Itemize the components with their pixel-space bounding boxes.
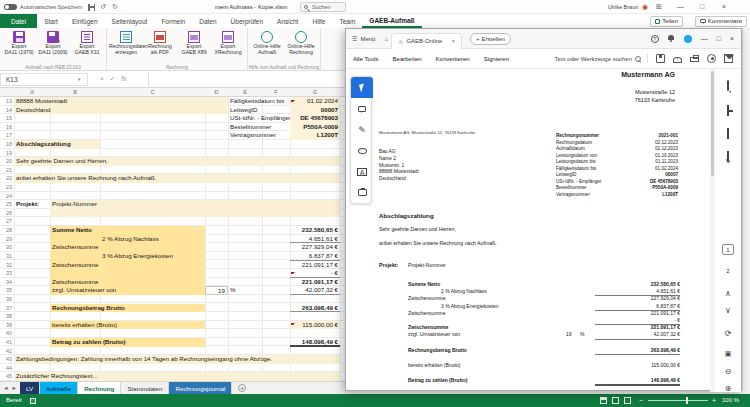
cell[interactable]: Vertragsnummer xyxy=(228,131,290,140)
cell[interactable]: P550A-0009 xyxy=(290,123,340,132)
formula-icons[interactable]: ×✓fx xyxy=(96,73,144,86)
cell[interactable]: Zwischensumme xyxy=(50,261,205,270)
redo-icon[interactable]: ↻ xyxy=(112,3,118,11)
cell[interactable]: Zwischensumme xyxy=(50,278,205,287)
save-icon[interactable] xyxy=(88,4,95,11)
cell[interactable]: Sehr geehrte Damen und Herren, xyxy=(14,157,340,166)
cell[interactable]: LeitwegID xyxy=(228,106,290,115)
user-avatar[interactable] xyxy=(684,35,692,43)
excel-scrollbar-strip[interactable] xyxy=(742,28,750,391)
ribbon-button-xrechnung[interactable]: Export XRechnung xyxy=(211,30,245,62)
cell[interactable]: zzgl. Umsatzsteuer von xyxy=(50,286,205,295)
ribbon-button-gaeb-x31[interactable]: Export GAEB X31 xyxy=(70,30,104,62)
profile-icon[interactable] xyxy=(707,54,716,63)
sheet-tab-aufmaße[interactable]: Aufmaße xyxy=(40,382,78,394)
page-number-current[interactable]: 1 xyxy=(722,244,734,255)
row-header-27[interactable]: 27 xyxy=(0,217,12,226)
column-header-F[interactable]: F xyxy=(262,89,290,95)
cell[interactable]: Deutschland xyxy=(14,106,228,115)
ribbon-button-aufmaß[interactable]: Online-Hilfe Aufmaß xyxy=(250,30,284,62)
cell[interactable]: 221.091,17 € xyxy=(290,278,340,287)
ribbon-tab-Überprüfen[interactable]: Überprüfen xyxy=(224,14,271,28)
cell[interactable]: 4.651,61 € xyxy=(290,235,340,244)
shape-tool[interactable] xyxy=(351,140,373,161)
view-normal-icon[interactable] xyxy=(600,397,607,404)
row-header-45[interactable]: 45 xyxy=(0,372,12,381)
cell[interactable]: Projekt: xyxy=(14,200,50,209)
pdf-minimize-button[interactable]: — xyxy=(701,35,708,42)
cell[interactable]: Abschlagszahlung xyxy=(14,140,100,149)
zoom-in-icon[interactable]: + xyxy=(712,397,716,405)
cell[interactable]: anbei erhalten Sie unsere Rechnung nach … xyxy=(14,174,340,183)
row-header-41[interactable]: 41 xyxy=(0,338,12,347)
zoom-out-icon[interactable]: − xyxy=(639,397,643,405)
cell[interactable]: USt-IdNr. - Empfänger xyxy=(228,114,290,123)
row-header-35[interactable]: 35 xyxy=(0,286,12,295)
star-icon[interactable]: ☆ xyxy=(398,38,403,45)
ribbon-button-erzeugen[interactable]: Rechnungsdaten erzeugen xyxy=(109,30,143,62)
pdf-toolbar-alle-tools[interactable]: Alle Tools xyxy=(346,56,386,62)
pdf-toolbar-signieren[interactable]: Signieren xyxy=(477,56,516,62)
cell[interactable]: L1200T xyxy=(290,131,340,140)
column-header-E[interactable]: E xyxy=(228,89,262,95)
draw-tool[interactable]: ✎ xyxy=(351,119,373,140)
sheet-nav-arrows[interactable]: ◄► xyxy=(0,382,20,394)
cell[interactable]: Betrag zu zahlen (Brutto) xyxy=(50,338,205,347)
ribbon-tab-Ansicht[interactable]: Ansicht xyxy=(270,14,305,28)
export-panel-icon[interactable] xyxy=(722,152,733,163)
row-header-19[interactable]: 19 xyxy=(0,149,12,158)
notification-bell-icon[interactable] xyxy=(668,35,675,42)
cell[interactable]: Zwischensumme xyxy=(50,243,205,252)
row-header-40[interactable]: 40 xyxy=(0,329,12,338)
cell[interactable]: Summe Netto xyxy=(50,226,205,235)
ribbon-tab-Hilfe[interactable]: Hilfe xyxy=(305,14,332,28)
fit-page-icon[interactable]: ▣ xyxy=(721,349,735,359)
bookmarks-panel-icon[interactable] xyxy=(722,106,733,117)
row-header-13[interactable]: 13 xyxy=(0,97,12,106)
minimize-button[interactable]: — xyxy=(677,3,684,11)
close-button[interactable]: × xyxy=(722,3,726,11)
row-header-42[interactable]: 42 xyxy=(0,347,12,356)
cell[interactable]: Zahlungsbedingungen: Zahlung innerhalb v… xyxy=(14,355,340,364)
email-icon[interactable] xyxy=(724,54,733,63)
pdf-toolbar-bearbeiten[interactable]: Bearbeiten xyxy=(386,56,429,62)
ribbon-button-da11-(1979)[interactable]: Export DA11 (1979) xyxy=(2,30,36,62)
row-header-29[interactable]: 29 xyxy=(0,235,12,244)
name-box[interactable]: K13 xyxy=(0,73,88,86)
ribbon-tab-Team[interactable]: Team xyxy=(332,14,362,28)
row-header-20[interactable]: 20 xyxy=(0,157,12,166)
page-down-icon[interactable]: ∨ xyxy=(721,306,735,316)
row-header-22[interactable]: 22 xyxy=(0,174,12,183)
cell[interactable]: 3 % Abzug Energiekosten xyxy=(100,252,205,261)
ribbon-button-da11-(2009)[interactable]: Export DA11 (2009) xyxy=(36,30,70,62)
row-header-39[interactable]: 39 xyxy=(0,321,12,330)
view-page-layout-icon[interactable] xyxy=(612,397,619,404)
pdf-menu-button[interactable]: ☰Menü xyxy=(346,35,381,42)
add-sheet-button[interactable]: + xyxy=(232,382,252,394)
cell[interactable]: Zusätzlicher Rechnungstext... xyxy=(14,372,340,381)
sheet-tab-stammdaten[interactable]: Stammdaten xyxy=(121,382,169,394)
select-tool[interactable] xyxy=(351,77,373,98)
ribbon-tab-Daten[interactable]: Daten xyxy=(192,14,223,28)
ribbon-tab-Seitenlayout[interactable]: Seitenlayout xyxy=(105,14,155,28)
row-header-32[interactable]: 32 xyxy=(0,261,12,270)
zoom-slider-thumb[interactable] xyxy=(686,397,688,404)
row-header-17[interactable]: 17 xyxy=(0,131,12,140)
cell[interactable]: 88888 Musterstadt xyxy=(14,97,228,106)
comments-button[interactable]: Kommentare xyxy=(695,16,747,27)
thumbnails-panel-icon[interactable] xyxy=(722,129,733,140)
comment-tool[interactable] xyxy=(351,98,373,119)
column-header-D[interactable]: D xyxy=(205,89,228,95)
search-input[interactable]: Suchen xyxy=(300,2,346,12)
pdf-document-tab[interactable]: ☆ GAEB-Online × xyxy=(391,33,462,49)
save-icon[interactable] xyxy=(656,54,665,63)
page-up-icon[interactable]: ∧ xyxy=(721,289,735,299)
cell[interactable]: 01.02.2024 xyxy=(290,97,340,106)
refresh-icon[interactable]: ⟳ xyxy=(721,329,735,339)
row-header-24[interactable]: 24 xyxy=(0,192,12,201)
row-header-33[interactable]: 33 xyxy=(0,269,12,278)
zoom-slider[interactable] xyxy=(648,400,708,401)
ribbon-button-gaeb-x89[interactable]: Export GAEB X89 xyxy=(177,30,211,62)
autosave-toggle[interactable] xyxy=(4,4,17,10)
row-header-31[interactable]: 31 xyxy=(0,252,12,261)
